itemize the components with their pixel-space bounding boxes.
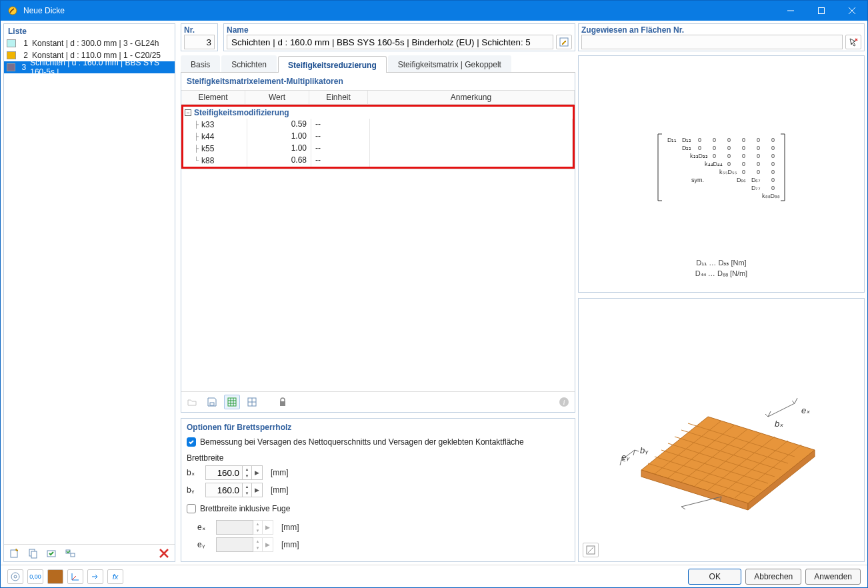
axis-icon[interactable] xyxy=(67,569,83,584)
by-picker-icon[interactable]: ▶ xyxy=(252,483,263,497)
maximize-button[interactable] xyxy=(806,1,837,21)
svg-text:0: 0 xyxy=(742,137,745,143)
svg-text:0: 0 xyxy=(771,177,775,183)
svg-text:eₓ: eₓ xyxy=(801,405,810,415)
info-icon[interactable]: i xyxy=(556,395,572,409)
cancel-button[interactable]: Abbrechen xyxy=(745,569,801,585)
ey-unit: [mm] xyxy=(281,540,299,549)
nr-input[interactable] xyxy=(184,35,215,49)
svg-text:D₁₂: D₁₂ xyxy=(682,137,692,143)
delete-item-icon[interactable] xyxy=(156,546,172,561)
col-anmerkung: Anmerkung xyxy=(368,91,575,105)
preview-settings-icon[interactable] xyxy=(583,543,599,557)
goto-icon[interactable] xyxy=(87,569,103,584)
svg-text:bₓ: bₓ xyxy=(775,419,783,429)
svg-text:0: 0 xyxy=(698,137,701,143)
minimize-button[interactable] xyxy=(775,1,806,21)
svg-text:0: 0 xyxy=(771,185,775,191)
tab-basis[interactable]: Basis xyxy=(181,55,220,72)
svg-text:0: 0 xyxy=(757,137,760,143)
matrix-legend-1: D₁₁ … D₃₃ [Nm] xyxy=(579,257,864,268)
edit-name-icon[interactable] xyxy=(556,35,572,49)
ey-input xyxy=(216,537,253,552)
multiplier-grid: Element Wert Einheit Anmerkung − Steifig… xyxy=(181,90,575,169)
open-file-icon[interactable] xyxy=(184,395,200,409)
list-item[interactable]: 1 Konstant | d : 300.0 mm | 3 - GL24h xyxy=(4,37,175,49)
svg-text:D₁₁: D₁₁ xyxy=(667,137,677,143)
new-item-icon[interactable] xyxy=(7,546,23,561)
svg-text:0: 0 xyxy=(727,161,731,167)
bx-input[interactable] xyxy=(205,465,243,480)
svg-rect-9 xyxy=(210,403,214,405)
list-item[interactable]: 3 Schichten | d : 160.0 mm | BBS SYS 160… xyxy=(4,61,175,73)
svg-text:D₂₂: D₂₂ xyxy=(682,145,692,151)
grid-group-row[interactable]: − Steifigkeitsmodifizierung xyxy=(183,107,573,119)
apply-button[interactable]: Anwenden xyxy=(805,569,861,585)
ok-button[interactable]: OK xyxy=(688,569,741,585)
name-input[interactable] xyxy=(227,35,553,49)
svg-text:D₆₇: D₆₇ xyxy=(751,177,761,183)
by-stepper[interactable]: ▲▼ xyxy=(243,483,252,497)
color-icon[interactable] xyxy=(47,569,63,584)
nr-label: Nr. xyxy=(184,25,215,35)
save-icon[interactable] xyxy=(204,395,220,409)
color-swatch xyxy=(7,63,15,71)
bx-stepper[interactable]: ▲▼ xyxy=(243,465,252,480)
svg-text:k₃₃D₃₃: k₃₃D₃₃ xyxy=(690,153,708,159)
tab-steifigkeitsreduzierung[interactable]: Steifigkeitsreduzierung xyxy=(278,56,387,73)
tab-steifigkeitsmatrix[interactable]: Steifigkeitsmatrix | Gekoppelt xyxy=(388,55,511,72)
thickness-list[interactable]: 1 Konstant | d : 300.0 mm | 3 - GL24h 2 … xyxy=(4,37,175,544)
svg-rect-1 xyxy=(819,8,825,14)
app-icon xyxy=(6,4,19,17)
units-icon[interactable]: 0,00 xyxy=(27,569,43,584)
svg-text:0: 0 xyxy=(713,145,716,151)
matrix-preview: D₁₁D₁₂ 000000 D₂₂000000 k₃₃D₃₃00000 k₄₄D… xyxy=(578,55,865,293)
grid-row[interactable]: └k88 0.68 -- xyxy=(183,155,573,167)
check-all-icon[interactable] xyxy=(63,546,79,561)
bx-label: bₓ xyxy=(187,468,200,477)
list-header: Liste xyxy=(4,24,175,37)
svg-rect-10 xyxy=(228,398,236,406)
list-panel: Liste 1 Konstant | d : 300.0 mm | 3 - GL… xyxy=(3,23,175,562)
ey-picker-icon: ▶ xyxy=(263,537,273,552)
grid-row[interactable]: ├k33 0.59 -- xyxy=(183,119,573,131)
board-width-title: Brettbreite xyxy=(187,453,569,463)
collapse-icon[interactable]: − xyxy=(185,109,191,116)
svg-text:0: 0 xyxy=(727,137,731,143)
assigned-label: Zugewiesen an Flächen Nr. xyxy=(581,25,861,35)
view-compact-icon[interactable] xyxy=(244,395,260,409)
ex-picker-icon: ▶ xyxy=(263,520,273,535)
function-icon[interactable]: fx xyxy=(107,569,123,584)
help-icon[interactable] xyxy=(7,569,23,584)
pick-surface-icon[interactable] xyxy=(845,35,861,49)
titlebar: Neue Dicke xyxy=(1,1,867,21)
check-used-icon[interactable] xyxy=(44,546,60,561)
check-net-cross-section-label: Bemessung bei Versagen des Nettoquerschn… xyxy=(200,437,524,447)
svg-point-74 xyxy=(11,573,19,581)
grid-row[interactable]: ├k44 1.00 -- xyxy=(183,131,573,143)
ex-label: eₓ xyxy=(197,523,211,532)
svg-text:0: 0 xyxy=(713,153,716,159)
copy-item-icon[interactable] xyxy=(25,546,41,561)
check-include-gap-label: Brettbreite inklusive Fuge xyxy=(200,504,290,513)
close-button[interactable] xyxy=(837,1,867,21)
svg-text:D₆₆: D₆₆ xyxy=(737,177,747,183)
col-einheit: Einheit xyxy=(309,91,368,105)
grid-row[interactable]: ├k55 1.00 -- xyxy=(183,143,573,155)
view-table-icon[interactable] xyxy=(224,395,240,409)
svg-text:sym.: sym. xyxy=(691,177,704,183)
check-net-cross-section[interactable] xyxy=(187,437,196,447)
bx-picker-icon[interactable]: ▶ xyxy=(252,465,263,480)
svg-text:0: 0 xyxy=(713,137,716,143)
svg-text:0: 0 xyxy=(742,169,745,175)
tab-schichten[interactable]: Schichten xyxy=(221,55,277,72)
lock-icon[interactable] xyxy=(275,395,291,409)
ex-input xyxy=(216,520,253,535)
check-include-gap[interactable] xyxy=(187,504,196,513)
svg-text:k₅₅D₅₅: k₅₅D₅₅ xyxy=(719,169,737,175)
by-input[interactable] xyxy=(205,483,243,497)
assigned-input[interactable] xyxy=(581,35,843,49)
svg-text:k₈₈D₈₈: k₈₈D₈₈ xyxy=(762,193,780,199)
by-unit: [mm] xyxy=(271,485,289,495)
svg-text:0: 0 xyxy=(771,161,775,167)
